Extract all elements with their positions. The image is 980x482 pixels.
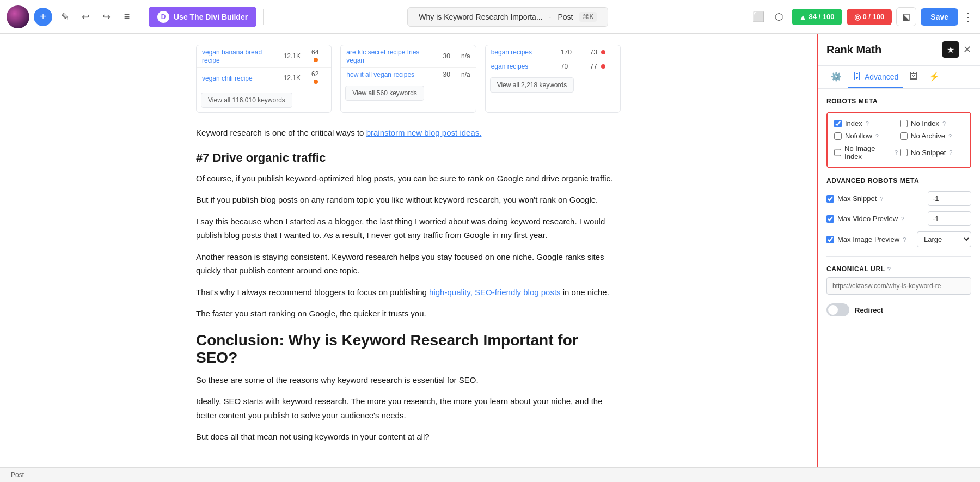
canonical-url-input[interactable]	[826, 277, 971, 295]
noindex-help-icon[interactable]: ?	[942, 120, 946, 127]
panel-title: Rank Math	[826, 44, 881, 56]
max-video-input[interactable]	[928, 211, 971, 226]
responsive-icon-button[interactable]: ⬜	[750, 9, 767, 25]
divider	[142, 9, 142, 25]
kw-score: 64	[306, 45, 331, 68]
max-snippet-input[interactable]	[928, 191, 971, 206]
max-snippet-help-icon[interactable]: ?	[880, 196, 883, 202]
article-paragraph-p8: Ideally, SEO starts with keyword researc…	[196, 394, 621, 422]
layout-button[interactable]: ⬕	[896, 7, 916, 26]
readability-score-label: 0 / 100	[863, 13, 885, 21]
table-row: began recipes 170 73	[486, 45, 620, 59]
seo-score-button[interactable]: ▲ 84 / 100	[792, 9, 842, 25]
save-button[interactable]: Save	[921, 8, 958, 26]
divi-label: Use The Divi Builder	[174, 13, 248, 21]
index-checkbox[interactable]	[834, 120, 842, 127]
dot-orange	[314, 80, 318, 84]
more-options-button[interactable]: ⋮	[963, 10, 973, 23]
article-link-seo[interactable]: high-quality, SEO-friendly blog posts	[429, 288, 561, 297]
noarchive-label: No Archive	[911, 132, 945, 140]
kw-link[interactable]: began recipes	[491, 48, 532, 56]
dot-orange	[314, 58, 318, 62]
table-row: vegan chili recipe 12.1K 62	[197, 68, 331, 89]
table-row: egan recipes 70 77	[486, 59, 620, 74]
view-all-button-2[interactable]: View all 560 keywords	[345, 86, 424, 101]
checkbox-nosnippet: No Snippet ?	[900, 144, 964, 161]
image-icon: 🖼	[909, 72, 918, 82]
noimageindex-help-icon[interactable]: ?	[895, 149, 898, 156]
redo-button[interactable]: ↪	[98, 9, 114, 25]
max-video-checkbox[interactable]	[826, 215, 834, 223]
divi-builder-button[interactable]: D Use The Divi Builder	[149, 7, 256, 27]
article-h2-organic: #7 Drive organic traffic	[196, 151, 621, 165]
kw-score: 73	[585, 45, 620, 59]
kw-link[interactable]: vegan banana bread recipe	[202, 48, 262, 64]
max-video-help-icon[interactable]: ?	[901, 216, 904, 222]
panel-tabs: ⚙️ 🗄 Advanced 🖼 ⚡	[818, 66, 980, 89]
max-image-checkbox[interactable]	[826, 236, 834, 243]
nosnippet-checkbox[interactable]	[900, 149, 908, 156]
tab-advanced-label: Advanced	[865, 72, 898, 81]
panel-header: Rank Math ★ ✕	[818, 34, 980, 66]
tab-schema[interactable]: 🖼	[905, 66, 922, 88]
view-all-button-3[interactable]: View all 2,218 keywords	[490, 77, 574, 93]
kw-score: n/a	[456, 45, 476, 68]
nosnippet-help-icon[interactable]: ?	[949, 149, 952, 156]
tab-advanced[interactable]: 🗄 Advanced	[848, 66, 903, 88]
advanced-icon: 🗄	[853, 72, 861, 82]
kw-score: 77	[585, 59, 620, 74]
kw-vol: 12.1K	[278, 68, 306, 89]
tab-social[interactable]: ⚡	[924, 66, 944, 88]
panel-star-button[interactable]: ★	[942, 41, 959, 58]
index-help-icon[interactable]: ?	[866, 120, 869, 127]
readability-score-button[interactable]: ◎ 0 / 100	[847, 9, 892, 25]
panel-close-button[interactable]: ✕	[963, 44, 971, 56]
canonical-help-icon[interactable]: ?	[887, 266, 891, 272]
max-image-select[interactable]: Large Standard None	[917, 231, 971, 247]
topbar: + ✎ ↩ ↪ ≡ D Use The Divi Builder Why is …	[0, 0, 980, 34]
noarchive-checkbox[interactable]	[900, 132, 908, 140]
kw-score: n/a	[456, 68, 476, 82]
adv-label-max-snippet: Max Snippet ?	[826, 194, 883, 203]
robots-grid: Index ? No Index ? Nofollow ?	[834, 119, 964, 161]
adv-label-max-video: Max Video Preview ?	[826, 215, 904, 223]
checkbox-noimageindex: No Image Index ?	[834, 144, 898, 161]
max-image-help-icon[interactable]: ?	[903, 236, 906, 243]
noimageindex-label: No Image Index	[844, 144, 891, 161]
max-image-label: Max Image Preview	[837, 235, 899, 243]
nofollow-help-icon[interactable]: ?	[875, 133, 879, 139]
article-link-brainstorm[interactable]: brainstorm new blog post ideas.	[366, 128, 482, 137]
kw-vol: 12.1K	[278, 45, 306, 68]
robots-meta-box: Index ? No Index ? Nofollow ?	[826, 112, 971, 168]
nofollow-checkbox[interactable]	[834, 132, 842, 140]
undo-button[interactable]: ↩	[77, 9, 94, 25]
article-paragraph-p5: That's why I always recommend bloggers t…	[196, 285, 621, 300]
redirect-toggle[interactable]	[826, 303, 849, 316]
kw-link[interactable]: vegan chili recipe	[202, 75, 253, 82]
article-conclusion-heading: Conclusion: Why is Keyword Research Impo…	[196, 332, 621, 367]
seo-score-label: 84 / 100	[809, 13, 835, 21]
divi-logo: D	[157, 11, 169, 23]
gear-icon: ⚙️	[831, 71, 842, 82]
kw-link[interactable]: are kfc secret recipe fries vegan	[346, 48, 419, 64]
status-bar: Post	[0, 467, 980, 482]
noarchive-help-icon[interactable]: ?	[948, 133, 952, 139]
edit-icon-button[interactable]: ✎	[57, 9, 73, 25]
adv-row-max-snippet: Max Snippet ?	[826, 191, 971, 206]
score-up-icon: ▲	[799, 13, 807, 21]
kw-vol: 30	[438, 45, 456, 68]
menu-button[interactable]: ≡	[119, 9, 135, 25]
view-all-button-1[interactable]: View all 116,010 keywords	[201, 93, 292, 108]
kw-link[interactable]: how it all vegan recipes	[346, 71, 414, 78]
tab-general[interactable]: ⚙️	[826, 66, 846, 88]
article-paragraph-p3: I say this because when I started as a b…	[196, 215, 621, 242]
external-link-button[interactable]: ⬡	[771, 9, 787, 25]
kw-link[interactable]: egan recipes	[491, 63, 529, 70]
topbar-right: ⬜ ⬡ ▲ 84 / 100 ◎ 0 / 100 ⬕ Save ⋮	[750, 7, 973, 26]
noindex-checkbox[interactable]	[900, 120, 908, 127]
max-snippet-checkbox[interactable]	[826, 195, 834, 203]
checkbox-nofollow: Nofollow ?	[834, 132, 898, 140]
add-button[interactable]: +	[34, 8, 52, 26]
noimageindex-checkbox[interactable]	[834, 149, 841, 156]
adv-label-max-image: Max Image Preview ?	[826, 235, 906, 243]
